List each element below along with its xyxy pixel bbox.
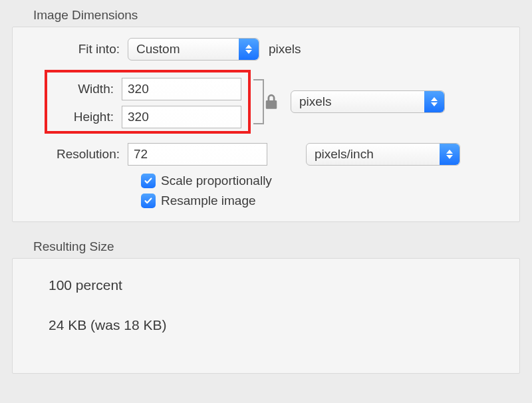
link-bracket xyxy=(249,75,268,128)
resulting-size-panel: 100 percent 24 KB (was 18 KB) xyxy=(12,258,520,374)
image-dimensions-panel: Fit into: Custom pixels Width: Height: xyxy=(12,27,520,222)
width-input[interactable] xyxy=(122,78,241,100)
fit-into-value: Custom xyxy=(136,42,180,57)
scale-proportionally-row: Scale proportionally xyxy=(141,174,507,188)
result-percent: 100 percent xyxy=(49,277,483,293)
size-units-value: pixels xyxy=(299,94,332,109)
result-size: 24 KB (was 18 KB) xyxy=(49,317,483,333)
resolution-input[interactable] xyxy=(128,143,267,166)
fit-into-label: Fit into: xyxy=(25,42,128,57)
chevron-updown-icon xyxy=(440,144,460,165)
resulting-size-title: Resulting Size xyxy=(33,239,520,254)
height-label: Height: xyxy=(49,110,122,124)
width-height-highlight: Width: Height: xyxy=(45,70,251,134)
fit-into-units: pixels xyxy=(269,42,301,57)
width-height-group: Width: Height: pixels xyxy=(45,70,507,134)
image-dimensions-section: Image Dimensions Fit into: Custom pixels… xyxy=(12,8,520,222)
resolution-row: Resolution: pixels/inch xyxy=(25,143,507,166)
scale-proportionally-checkbox[interactable] xyxy=(141,174,156,188)
height-input[interactable] xyxy=(122,106,241,128)
resolution-units-value: pixels/inch xyxy=(315,147,374,162)
size-units-select[interactable]: pixels xyxy=(291,90,445,113)
resample-image-label: Resample image xyxy=(161,194,256,208)
resulting-size-section: Resulting Size 100 percent 24 KB (was 18… xyxy=(12,239,520,374)
chevron-updown-icon xyxy=(239,39,259,60)
resolution-label: Resolution: xyxy=(25,147,128,162)
image-dimensions-title: Image Dimensions xyxy=(33,8,520,23)
resample-image-checkbox[interactable] xyxy=(141,194,156,208)
width-label: Width: xyxy=(49,82,122,96)
scale-proportionally-label: Scale proportionally xyxy=(161,174,272,188)
chevron-updown-icon xyxy=(424,91,444,112)
check-icon xyxy=(144,196,153,205)
fit-into-row: Fit into: Custom pixels xyxy=(25,38,507,61)
check-icon xyxy=(144,176,153,186)
resolution-units-select[interactable]: pixels/inch xyxy=(306,143,460,166)
fit-into-select[interactable]: Custom xyxy=(128,38,259,61)
resample-image-row: Resample image xyxy=(141,194,507,208)
